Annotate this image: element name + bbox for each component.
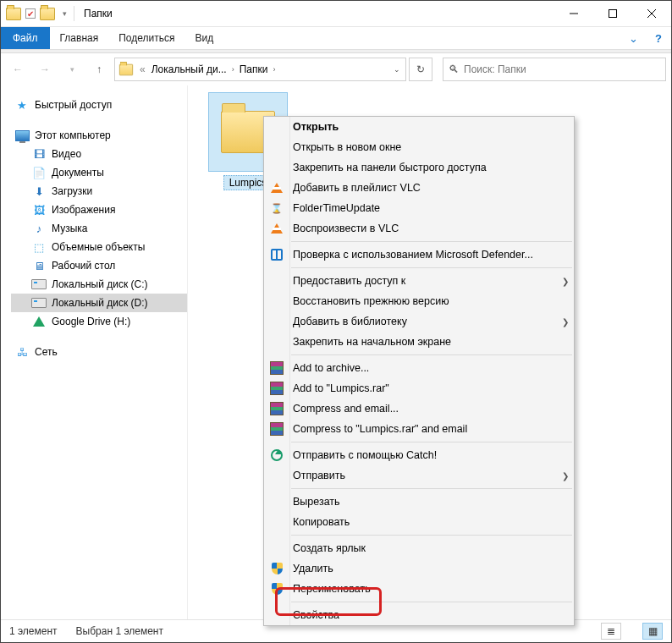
drive-icon (31, 278, 47, 291)
ctx-library[interactable]: Добавить в библиотеку❯ (264, 311, 574, 332)
ctx-rar-add[interactable]: Add to archive... (264, 358, 574, 378)
navigation-tree: ★Быстрый доступ Этот компьютер 🎞Видео 📄Д… (1, 85, 188, 619)
winrar-icon (270, 382, 284, 395)
tree-network[interactable]: 🖧Сеть (11, 343, 187, 361)
breadcrumb-drive[interactable]: Локальный ди... (151, 63, 227, 75)
tree-label: Локальный диск (D:) (52, 297, 148, 309)
ctx-send[interactable]: Отправить❯ (264, 465, 574, 486)
winrar-icon (270, 422, 284, 436)
breadcrumb-overflow[interactable]: « (137, 63, 148, 75)
network-icon: 🖧 (14, 345, 30, 359)
tab-view[interactable]: Вид (185, 27, 223, 49)
ctx-ftu[interactable]: ⌛FolderTimeUpdate (264, 198, 574, 218)
chevron-right-icon: ❯ (557, 471, 574, 481)
view-details-button[interactable]: ≣ (601, 623, 621, 640)
tree-3d[interactable]: ⬚Объемные объекты (11, 238, 187, 256)
chevron-right-icon[interactable]: › (271, 65, 277, 74)
tree-drive-c[interactable]: Локальный диск (C:) (11, 275, 187, 294)
tree-label: Объемные объекты (52, 241, 145, 253)
tree-label: Этот компьютер (35, 129, 111, 141)
help-icon[interactable]: ? (646, 27, 671, 49)
drive-icon (31, 296, 47, 310)
ctx-vlc-play[interactable]: Воспроизвести в VLC (264, 218, 574, 239)
address-bar[interactable]: « Локальный ди... › Папки › ⌄ (114, 58, 406, 81)
ctx-access[interactable]: Предоставить доступ к❯ (264, 271, 574, 291)
search-input[interactable]: 🔍︎ Поиск: Папки (443, 58, 666, 81)
tree-documents[interactable]: 📄Документы (11, 163, 187, 182)
chevron-right-icon: ❯ (557, 277, 574, 286)
nav-up-button[interactable]: ↑ (87, 58, 111, 81)
tree-downloads[interactable]: ⬇Загрузки (11, 182, 187, 201)
explorer-window: ✔ ▾ Папки Файл Главная Поделиться Вид ⌄ … (0, 0, 672, 643)
star-icon: ★ (14, 98, 30, 112)
tree-google-drive[interactable]: Google Drive (H:) (11, 312, 187, 331)
vlc-icon (271, 183, 283, 193)
ftu-icon: ⌛ (271, 203, 283, 214)
gdrive-icon (31, 315, 47, 328)
nav-forward-button[interactable]: → (33, 58, 57, 81)
downloads-icon: ⬇ (31, 184, 47, 198)
tab-file[interactable]: Файл (1, 27, 50, 49)
tree-label: Изображения (52, 204, 115, 216)
catch-icon (271, 449, 283, 461)
context-menu: Открыть Открыть в новом окне Закрепить н… (263, 116, 575, 626)
chevron-right-icon[interactable]: › (230, 65, 236, 74)
tree-label: Google Drive (H:) (52, 316, 130, 327)
tab-home[interactable]: Главная (50, 27, 109, 49)
status-count: 1 элемент (9, 625, 58, 637)
tree-label: Рабочий стол (52, 260, 115, 272)
search-icon: 🔍︎ (449, 63, 459, 75)
ctx-delete[interactable]: Удалить (264, 558, 574, 579)
ribbon-expand-icon[interactable]: ⌄ (620, 27, 646, 49)
tree-label: Загрузки (52, 185, 92, 197)
ctx-pin-start[interactable]: Закрепить на начальном экране (264, 332, 574, 352)
close-button[interactable] (632, 1, 671, 26)
ctx-copy[interactable]: Копировать (264, 512, 574, 532)
tree-quick-access[interactable]: ★Быстрый доступ (11, 96, 187, 114)
navigation-bar: ← → ▾ ↑ « Локальный ди... › Папки › ⌄ ↻ … (1, 53, 671, 85)
ctx-properties[interactable]: Свойства (264, 605, 574, 625)
tree-desktop[interactable]: 🖥Рабочий стол (11, 256, 187, 275)
refresh-button[interactable]: ↻ (409, 58, 432, 81)
chevron-right-icon: ❯ (557, 317, 574, 327)
nav-recent-dropdown[interactable]: ▾ (60, 58, 84, 81)
ctx-defender[interactable]: Проверка с использованием Microsoft Defe… (264, 245, 574, 265)
ctx-vlc-add[interactable]: Добавить в плейлист VLC (264, 178, 574, 198)
tree-images[interactable]: 🖼Изображения (11, 201, 187, 219)
ctx-shortcut[interactable]: Создать ярлык (264, 538, 574, 558)
qat-dropdown-icon[interactable]: ▾ (57, 6, 72, 21)
maximize-button[interactable] (593, 1, 632, 26)
ctx-rar-email[interactable]: Compress and email... (264, 398, 574, 419)
tree-music[interactable]: ♪Музыка (11, 219, 187, 238)
tab-share[interactable]: Поделиться (108, 27, 185, 49)
ctx-rar-add-named[interactable]: Add to "Lumpics.rar" (264, 378, 574, 398)
video-icon: 🎞 (31, 147, 47, 161)
ctx-rename[interactable]: Переименовать (264, 579, 574, 599)
ctx-open-new-window[interactable]: Открыть в новом окне (264, 137, 574, 157)
ctx-open[interactable]: Открыть (264, 117, 574, 137)
ctx-cut[interactable]: Вырезать (264, 492, 574, 512)
ctx-rar-email-named[interactable]: Compress to "Lumpics.rar" and email (264, 419, 574, 439)
minimize-button[interactable] (554, 1, 593, 26)
winrar-icon (270, 361, 284, 375)
ctx-restore[interactable]: Восстановить прежнюю версию (264, 291, 574, 311)
tree-drive-d[interactable]: Локальный диск (D:) (11, 294, 187, 312)
tree-video[interactable]: 🎞Видео (11, 145, 187, 163)
tree-label: Документы (52, 167, 104, 179)
qat-folder-icon[interactable] (40, 6, 55, 21)
address-history-dropdown[interactable]: ⌄ (392, 65, 402, 74)
tree-this-pc[interactable]: Этот компьютер (11, 126, 187, 145)
documents-icon: 📄 (31, 166, 47, 179)
ctx-catch[interactable]: Отправить с помощью Catch! (264, 445, 574, 465)
shield-icon (272, 583, 283, 595)
breadcrumb-folder[interactable]: Папки (240, 63, 268, 75)
window-title: Папки (75, 8, 113, 19)
view-icons-button[interactable]: ▦ (642, 623, 663, 640)
search-placeholder: Поиск: Папки (464, 63, 526, 75)
qat-checkbox-icon[interactable]: ✔ (23, 6, 38, 21)
tree-label: Быстрый доступ (35, 99, 112, 111)
tree-label: Локальный диск (C:) (52, 278, 148, 290)
nav-back-button[interactable]: ← (6, 58, 30, 81)
shield-icon (272, 563, 283, 574)
ctx-pin-quick[interactable]: Закрепить на панели быстрого доступа (264, 157, 574, 178)
